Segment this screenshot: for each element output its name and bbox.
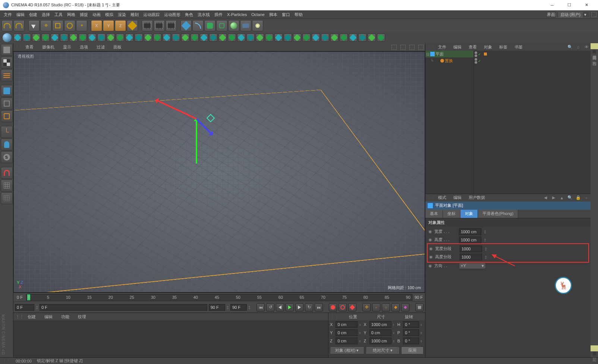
宽度-field[interactable]: 1000 cm [459,228,481,235]
tree-item-平面[interactable]: ⊟ 平面 [425,51,473,57]
plugin-button-1[interactable] [23,34,31,42]
scale-tool[interactable] [52,20,63,31]
add-environment-button[interactable] [228,20,239,31]
attr-menu-用户数据[interactable]: 用户数据 [469,195,485,200]
plugin-button-5[interactable] [60,34,68,42]
rot-X-field[interactable]: 0 ° [403,321,419,328]
object-tree[interactable]: ⊟ 平面 └ 置换 [425,51,474,194]
obj-menu-书签[interactable]: 书签 [514,44,523,50]
prev-frame-button[interactable] [276,303,284,311]
plugin-button-7[interactable] [79,34,87,42]
plugin-button-29[interactable] [284,34,292,42]
vp-layout-1[interactable] [391,45,397,50]
vp-menu-面板[interactable]: 面板 [113,44,122,50]
tab-struct[interactable]: 构造 [591,55,598,61]
timeline-ruler[interactable]: 0 F 051015202530354045505560657075808590… [13,292,425,301]
plugin-button-18[interactable] [181,34,189,42]
add-deformer-button[interactable] [216,20,227,31]
key-rot-button[interactable]: ○ [382,303,390,311]
高度分段-field[interactable]: 1000 [460,254,482,260]
vp-menu-摄像机[interactable]: 摄像机 [42,44,54,50]
attr-tab-平滑着色(Phong)[interactable]: 平滑着色(Phong) [478,210,518,218]
mat-menu-创建[interactable]: 创建 [28,314,36,320]
plugin-button-2[interactable] [32,34,40,42]
material-list[interactable] [13,320,328,357]
menu-流水线[interactable]: 流水线 [195,10,212,19]
plugin-button-31[interactable] [302,34,311,42]
vp-menu-显示[interactable]: 显示 [63,44,71,50]
rot-Z-field[interactable]: 0 ° [403,338,419,344]
perspective-viewport[interactable]: 透视视图 Y Z X 网格间距 : 100 cm [13,51,425,292]
vp-layout-4[interactable] [418,45,424,50]
obj-menu-标签[interactable]: 标签 [499,44,507,50]
model-mode-button[interactable] [1,57,13,69]
snap-button[interactable]: S [1,151,13,163]
keyframe-sel-button[interactable] [348,303,356,311]
plugin-button-10[interactable] [107,34,115,42]
plugin-button-16[interactable] [163,34,171,42]
plugin-button-37[interactable] [358,34,366,42]
object-tags[interactable]: ✓ ✓ [474,51,591,194]
make-editable-button[interactable] [1,44,13,56]
plugin-button-39[interactable] [377,34,385,42]
plugin-button-27[interactable] [265,34,273,42]
home-icon[interactable]: ⌂ [576,44,581,50]
plugin-button-9[interactable] [97,34,106,42]
axis-x-toggle[interactable]: X [91,20,102,31]
plugin-button-33[interactable] [321,34,329,42]
axis-mode-button[interactable]: └ [1,126,13,138]
vp-menu-查看[interactable]: 查看 [25,44,34,50]
object-mode-button[interactable] [1,85,13,97]
add-generator-button[interactable] [204,20,215,31]
play-button[interactable] [286,303,294,311]
size-Y-field[interactable]: 0 cm [369,329,391,336]
undo-button[interactable] [1,20,13,31]
plugin-button-32[interactable] [312,34,320,42]
menu-窗口[interactable]: 窗口 [280,10,292,19]
plugin-button-17[interactable] [172,34,180,42]
plugin-button-30[interactable] [293,34,301,42]
enable-toggle[interactable]: ✓ [478,52,481,56]
plugin-button-11[interactable] [116,34,124,42]
plugin-button-21[interactable] [209,34,217,42]
preview-end-field[interactable]: 90 F [230,304,247,311]
fwd-icon[interactable]: ▶ [551,195,556,200]
menu-网格[interactable]: 网格 [65,10,78,19]
plugin-button-0[interactable] [13,34,22,42]
prev-key-button[interactable]: ↺ [266,303,274,311]
lock-icon[interactable]: 🔒 [576,195,581,200]
plugin-button-28[interactable] [274,34,283,42]
timeline-track[interactable]: 051015202530354045505560657075808590 [26,294,412,301]
menu-捕捉[interactable]: 捕捉 [78,10,90,19]
obj-menu-编辑[interactable]: 编辑 [453,44,462,50]
edge-mode-button[interactable] [1,110,13,122]
coord-mode-dropdown[interactable]: 对象 (相对) ▾ [330,346,364,354]
render-pv-button[interactable] [154,20,165,31]
plugin-button-13[interactable] [135,34,143,42]
axis-z-toggle[interactable]: Z [115,20,126,31]
axis-gizmo[interactable] [178,96,252,186]
plugin-button-4[interactable] [51,34,59,42]
key-param-button[interactable]: ◆ [391,303,400,311]
plugin-button-3[interactable] [41,34,50,42]
render-view-button[interactable] [142,20,153,31]
attr-menu-模式[interactable]: 模式 [438,195,446,200]
plugin-button-14[interactable] [144,34,152,42]
plugin-button-34[interactable] [330,34,339,42]
plugin-button-24[interactable] [237,34,245,42]
plugin-button-25[interactable] [246,34,255,42]
vp-layout-2[interactable] [400,45,406,50]
plugin-button-38[interactable] [368,34,376,42]
workplane-button[interactable] [1,180,13,192]
last-tool[interactable]: ✦ [76,20,87,31]
add-camera-button[interactable] [240,20,251,31]
plugin-button-36[interactable] [349,34,357,42]
plugin-button-8[interactable] [88,34,96,42]
obj-menu-文件[interactable]: 文件 [438,44,446,50]
size-mode-dropdown[interactable]: 绝对尺寸 ▾ [366,346,400,354]
coord-system[interactable] [127,20,138,31]
attr-tab-基本[interactable]: 基本 [425,210,443,218]
point-mode-button[interactable] [1,98,13,110]
plugin-button-26[interactable] [256,34,264,42]
menu-运动跟踪[interactable]: 运动跟踪 [141,10,162,19]
